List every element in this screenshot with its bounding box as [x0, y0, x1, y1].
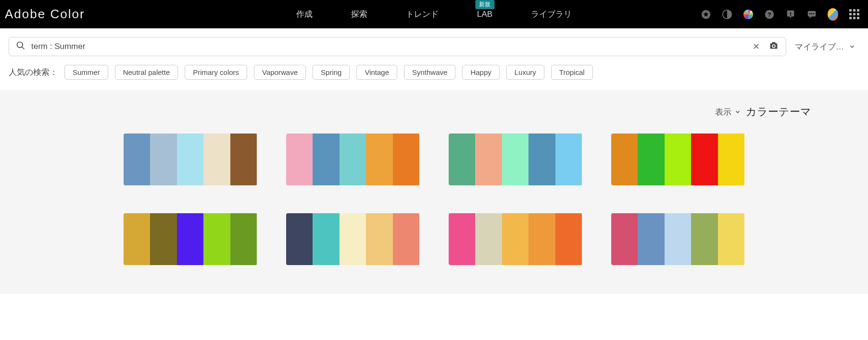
nav-item-label: 探索 [351, 9, 367, 20]
tag-happy[interactable]: Happy [462, 65, 499, 80]
swatch [177, 213, 204, 265]
popular-tags-label: 人気の検索： [9, 67, 58, 78]
swatch [366, 134, 393, 185]
results-title: カラーテーマ [746, 105, 811, 119]
palette-1[interactable] [286, 134, 420, 185]
palette-6[interactable] [449, 213, 582, 265]
main-nav: 作成探索トレンド新規LABライブラリ [277, 0, 591, 28]
tag-summer[interactable]: Summer [64, 65, 108, 80]
view-label: 表示 [715, 107, 731, 118]
chevron-down-icon [849, 43, 855, 50]
palette-5[interactable] [286, 213, 420, 265]
results-header: 表示 カラーテーマ [9, 105, 859, 134]
swatch [502, 213, 529, 265]
avatar[interactable] [828, 9, 838, 20]
swatch [691, 134, 718, 185]
svg-rect-7 [790, 12, 791, 14]
swatch [124, 213, 151, 265]
swatch [286, 134, 313, 185]
tag-synthwave[interactable]: Synthwave [404, 65, 455, 80]
swatch [230, 134, 257, 185]
swatch [718, 134, 745, 185]
tag-primary-colors[interactable]: Primary colors [185, 65, 247, 80]
nav-item-1[interactable]: 探索 [332, 0, 387, 28]
app-header: Adobe Color 作成探索トレンド新規LABライブラリ ? [0, 0, 868, 28]
color-wheel-icon[interactable] [743, 9, 754, 20]
svg-point-16 [773, 45, 775, 47]
tag-vaporwave[interactable]: Vaporwave [254, 65, 306, 80]
svg-line-14 [22, 47, 25, 49]
swatch [691, 213, 718, 265]
swatch [502, 134, 529, 185]
clear-icon[interactable]: ✕ [750, 41, 763, 52]
search-row: ✕ マイライブ… [0, 28, 868, 65]
swatch [528, 134, 555, 185]
nav-item-3[interactable]: 新規LAB [458, 0, 512, 28]
swatch [528, 213, 555, 265]
app-logo[interactable]: Adobe Color [5, 7, 85, 22]
swatch [340, 134, 366, 185]
swatch [475, 134, 502, 185]
nav-item-0[interactable]: 作成 [277, 0, 332, 28]
swatch [449, 213, 476, 265]
nav-badge: 新規 [475, 0, 494, 9]
swatch [124, 134, 151, 185]
camera-icon[interactable] [768, 40, 779, 53]
star-icon[interactable] [701, 9, 711, 20]
tag-vintage[interactable]: Vintage [356, 65, 397, 80]
swatch [366, 213, 393, 265]
swatch [718, 213, 745, 265]
search-input[interactable] [31, 42, 744, 51]
nav-item-4[interactable]: ライブラリ [512, 0, 591, 28]
swatch [230, 213, 257, 265]
contrast-icon[interactable] [722, 9, 732, 20]
palette-3[interactable] [611, 134, 745, 185]
announcement-icon[interactable] [785, 9, 796, 20]
tag-neutral-palette[interactable]: Neutral palette [115, 65, 178, 80]
nav-item-label: ライブラリ [531, 9, 572, 20]
tag-tropical[interactable]: Tropical [551, 65, 593, 80]
svg-text:?: ? [767, 11, 771, 18]
swatch [611, 213, 638, 265]
swatch [665, 213, 692, 265]
palette-2[interactable] [449, 134, 582, 185]
swatch [638, 213, 665, 265]
palette-4[interactable] [124, 213, 257, 265]
chevron-down-icon [734, 109, 741, 115]
swatch [393, 213, 420, 265]
swatch [393, 134, 420, 185]
swatch [150, 134, 177, 185]
nav-item-label: トレンド [406, 9, 439, 20]
app-switcher-icon[interactable] [849, 9, 859, 20]
search-box[interactable]: ✕ [9, 37, 786, 56]
help-icon[interactable]: ? [764, 9, 775, 20]
swatch [638, 134, 665, 185]
swatch [313, 213, 340, 265]
swatch [611, 134, 638, 185]
swatch [203, 213, 230, 265]
swatch [340, 213, 366, 265]
swatch [665, 134, 692, 185]
tag-spring[interactable]: Spring [313, 65, 350, 80]
feedback-icon[interactable] [806, 9, 817, 20]
palette-7[interactable] [611, 213, 745, 265]
swatch [555, 213, 582, 265]
nav-item-2[interactable]: トレンド [387, 0, 458, 28]
swatch [177, 134, 204, 185]
swatch [286, 213, 313, 265]
palette-0[interactable] [124, 134, 257, 185]
header-icons: ? [701, 9, 859, 20]
swatch [449, 134, 476, 185]
svg-rect-8 [790, 14, 791, 15]
tag-luxury[interactable]: Luxury [506, 65, 544, 80]
svg-point-11 [811, 13, 812, 14]
swatch [203, 134, 230, 185]
swatch [150, 213, 177, 265]
nav-item-label: 作成 [296, 9, 313, 20]
swatch [555, 134, 582, 185]
nav-item-label: LAB [477, 10, 492, 19]
view-dropdown[interactable]: 表示 [715, 107, 741, 118]
svg-point-13 [17, 42, 23, 48]
my-library-dropdown[interactable]: マイライブ… [795, 41, 859, 52]
search-icon [16, 41, 25, 52]
